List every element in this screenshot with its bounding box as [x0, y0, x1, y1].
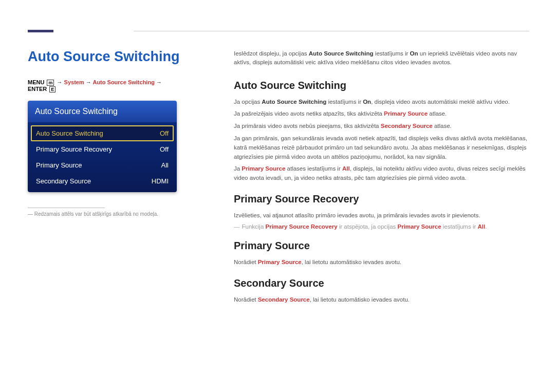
text: atlase.	[428, 110, 447, 117]
nav-enter: ENTER	[28, 86, 47, 92]
text: iestatījums ir	[326, 99, 363, 105]
footnote-divider	[28, 208, 105, 208]
text: Norādiet	[234, 259, 258, 265]
paragraph: Norādiet Primary Source, lai lietotu aut…	[234, 258, 529, 267]
text: iestatījums ir	[374, 50, 410, 57]
term: Primary Source	[258, 259, 302, 265]
text: Ja opcijas	[234, 99, 262, 105]
text: Norādiet	[234, 296, 258, 303]
menu-header: Auto Source Switching	[28, 101, 177, 122]
paragraph: Ja primārais video avots nebūs pieejams,…	[234, 122, 529, 131]
breadcrumb: MENU m → System → Auto Source Switching …	[28, 79, 182, 92]
menu-icon: m	[47, 80, 54, 86]
text: atlases iestatījums ir	[285, 165, 342, 172]
text: iestatījums ir	[441, 223, 478, 230]
enter-icon: E	[49, 86, 55, 92]
term-secondary-source: Secondary Source	[381, 123, 433, 129]
term: Secondary Source	[258, 296, 310, 303]
menu-item-value: All	[161, 161, 169, 169]
header-accent	[28, 30, 53, 32]
menu-item-label: Primary Source Recovery	[36, 145, 112, 153]
term: Primary Source	[398, 223, 441, 230]
footnote-text: Redzamais attēls var būt atšķirīgs atkar…	[34, 211, 158, 217]
text: Ja pašreizējais video avots netiks atpaz…	[234, 110, 384, 117]
note-dash-icon: ―	[234, 223, 240, 230]
paragraph: Ja pašreizējais video avots netiks atpaz…	[234, 109, 529, 119]
term: Primary Source	[242, 165, 285, 172]
right-column: Ieslēdzot displeju, ja opcijas Auto Sour…	[234, 49, 529, 307]
term-auto-source-switching: Auto Source Switching	[309, 50, 374, 57]
term: Primary Source Recovery	[266, 223, 338, 230]
menu-item-value: Off	[160, 145, 169, 153]
menu-item-primary-source-recovery[interactable]: Primary Source Recovery Off	[31, 141, 174, 157]
menu-item-label: Auto Source Switching	[36, 129, 103, 137]
paragraph: Ja opcijas Auto Source Switching iestatī…	[234, 98, 529, 107]
text: Ja primārais video avots nebūs pieejams,…	[234, 123, 381, 129]
section-heading-primary-source-recovery: Primary Source Recovery	[234, 193, 529, 205]
menu-body: Auto Source Switching Off Primary Source…	[28, 122, 177, 192]
menu-item-value: HDMI	[152, 177, 169, 185]
text: .	[485, 223, 487, 230]
nav-arrow: →	[86, 79, 91, 85]
paragraph: Ja gan primārais, gan sekundārais ievada…	[234, 134, 529, 161]
intro-paragraph: Ieslēdzot displeju, ja opcijas Auto Sour…	[234, 49, 529, 67]
text: atlase.	[433, 123, 452, 129]
section-heading-auto-source-switching: Auto Source Switching	[234, 80, 529, 91]
paragraph: Izvēlieties, vai atjaunot atlasīto primā…	[234, 211, 529, 220]
text: , lai lietotu automātisko ievades avotu.	[302, 259, 401, 265]
term: All	[477, 223, 485, 230]
nav-system: System	[64, 79, 84, 85]
text: , lai lietotu automātisko ievades avotu.	[310, 296, 410, 303]
page-title: Auto Source Switching	[28, 49, 182, 65]
term: Auto Source Switching	[262, 99, 326, 105]
text: Ieslēdzot displeju, ja opcijas	[234, 50, 309, 57]
section-heading-secondary-source: Secondary Source	[234, 277, 529, 289]
paragraph: Ja Primary Source atlases iestatījums ir…	[234, 164, 529, 183]
text: Funkcija	[242, 223, 266, 230]
menu-item-primary-source[interactable]: Primary Source All	[31, 157, 174, 173]
note: ―Funkcija Primary Source Recovery ir ats…	[234, 223, 529, 230]
menu-item-value: Off	[160, 129, 169, 137]
term: On	[363, 99, 371, 105]
menu-item-auto-source-switching[interactable]: Auto Source Switching Off	[31, 125, 174, 141]
menu-item-label: Primary Source	[36, 161, 82, 169]
text: ir atspējota, ja opcijas	[338, 223, 398, 230]
menu-panel: Auto Source Switching Auto Source Switch…	[28, 101, 177, 192]
nav-menu: MENU	[28, 79, 44, 85]
text: , displeja video avots automātiski meklē…	[371, 99, 510, 105]
header-divider	[134, 31, 529, 31]
term: All	[342, 165, 350, 172]
left-column: Auto Source Switching MENU m → System → …	[28, 49, 182, 217]
term-primary-source: Primary Source	[384, 110, 428, 117]
nav-arrow: →	[57, 79, 63, 85]
section-heading-primary-source: Primary Source	[234, 240, 529, 252]
text: Ja	[234, 165, 242, 172]
term-on: On	[410, 50, 418, 57]
menu-item-label: Secondary Source	[36, 177, 91, 185]
footnote: ― Redzamais attēls var būt atšķirīgs atk…	[28, 211, 182, 217]
menu-item-secondary-source[interactable]: Secondary Source HDMI	[31, 173, 174, 189]
nav-arrow: →	[156, 79, 162, 85]
footnote-marker: ―	[28, 211, 33, 217]
paragraph: Norādiet Secondary Source, lai lietotu a…	[234, 295, 529, 305]
nav-item: Auto Source Switching	[92, 79, 154, 85]
